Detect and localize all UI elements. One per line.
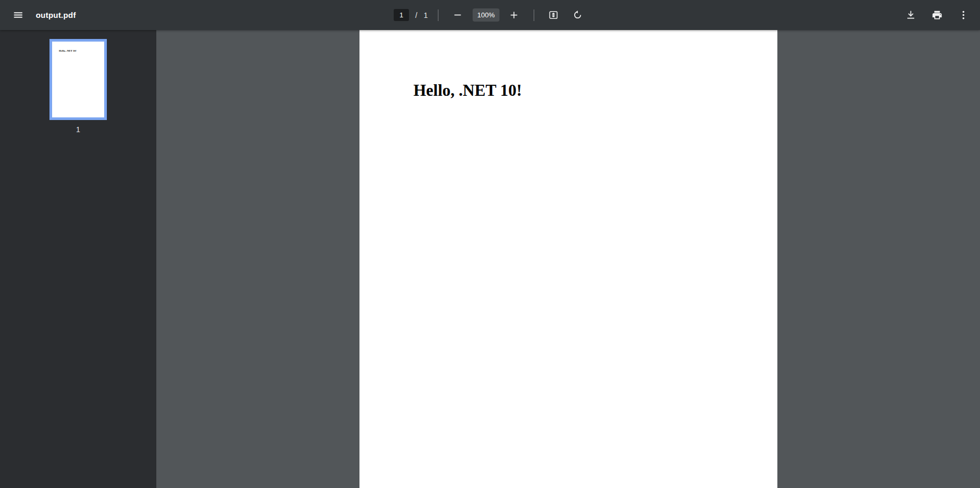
zoom-level[interactable]: 100% [473, 8, 499, 22]
rotate-counterclockwise-icon [572, 9, 583, 21]
fit-to-page-button[interactable] [544, 6, 563, 25]
hamburger-icon [13, 9, 24, 21]
document-heading: Hello, .NET 10! [359, 30, 777, 100]
toolbar-divider [534, 9, 534, 21]
download-button[interactable] [901, 6, 920, 25]
document-title: output.pdf [36, 11, 76, 19]
zoom-out-button[interactable] [448, 6, 467, 25]
toolbar-right-group [587, 6, 973, 25]
toolbar-center-group: / 1 100% [394, 6, 587, 25]
plus-icon [508, 9, 519, 21]
download-icon [905, 9, 916, 21]
page-thumbnail[interactable]: Hello, .NET 10! [49, 39, 107, 120]
print-icon [932, 9, 943, 21]
thumbnail-preview-text: Hello, .NET 10! [52, 42, 104, 52]
fit-to-page-icon [548, 9, 559, 21]
print-button[interactable] [927, 6, 946, 25]
toolbar-left-group: output.pdf [8, 6, 394, 25]
thumbnail-item[interactable]: Hello, .NET 10! 1 [49, 39, 107, 134]
toolbar: output.pdf / 1 100% [0, 0, 980, 30]
document-viewer[interactable]: Hello, .NET 10! [156, 30, 980, 488]
page-count: 1 [424, 11, 428, 19]
rotate-button[interactable] [568, 6, 587, 25]
pdf-viewer-window: output.pdf / 1 100% [0, 0, 980, 488]
zoom-in-button[interactable] [505, 6, 524, 25]
pdf-page: Hello, .NET 10! [359, 30, 777, 488]
page-separator: / [415, 11, 417, 19]
page-number-input[interactable] [394, 9, 409, 21]
thumbnail-page-number: 1 [76, 125, 81, 134]
thumbnail-panel: Hello, .NET 10! 1 [0, 30, 156, 488]
viewer-body: Hello, .NET 10! 1 Hello, .NET 10! [0, 30, 980, 488]
menu-button[interactable] [8, 6, 27, 25]
more-vertical-icon [958, 9, 969, 21]
minus-icon [452, 9, 463, 21]
more-options-button[interactable] [954, 6, 973, 25]
toolbar-divider [438, 9, 438, 21]
